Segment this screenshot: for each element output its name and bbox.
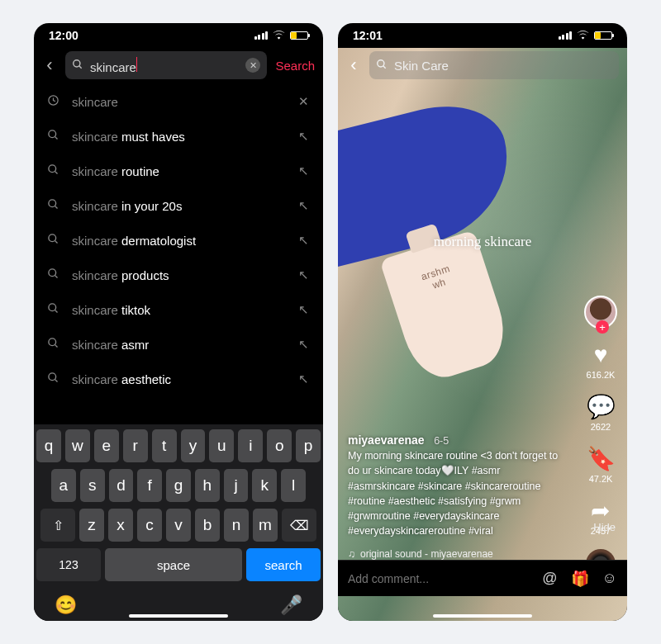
- battery-icon: [290, 31, 308, 40]
- key-h[interactable]: h: [195, 469, 220, 502]
- follow-plus-icon[interactable]: +: [596, 320, 609, 334]
- status-bar: 12:00: [34, 23, 323, 48]
- key-n[interactable]: n: [224, 509, 249, 542]
- key-search[interactable]: search: [246, 548, 321, 581]
- fill-arrow-icon[interactable]: ↖: [295, 198, 311, 213]
- key-m[interactable]: m: [253, 509, 278, 542]
- emoji-icon[interactable]: ☺: [602, 570, 617, 587]
- key-a[interactable]: a: [51, 469, 76, 502]
- caption[interactable]: My morning skincare routine <3 don't for…: [348, 448, 569, 538]
- back-button[interactable]: ‹: [39, 54, 60, 76]
- video-feed[interactable]: ‹ Skin Care arshm wh morning skincare +: [338, 48, 627, 621]
- keyboard: qwertyuiop asdfghjkl ⇧zxcvbnm⌫ 123 space…: [34, 424, 323, 621]
- key-y[interactable]: y: [181, 429, 206, 462]
- key-d[interactable]: d: [109, 469, 134, 502]
- svg-line-4: [55, 136, 57, 139]
- suggestion-item[interactable]: skincare must haves↖: [34, 119, 323, 154]
- search-icon: [45, 337, 60, 352]
- key-r[interactable]: r: [123, 429, 148, 462]
- svg-point-17: [48, 373, 55, 381]
- remove-icon[interactable]: ✕: [295, 94, 311, 109]
- key-shift[interactable]: ⇧: [40, 509, 75, 542]
- creator-avatar[interactable]: +: [584, 296, 617, 329]
- username[interactable]: miyaevarenae: [348, 433, 425, 447]
- key-p[interactable]: p: [296, 429, 321, 462]
- key-z[interactable]: z: [79, 509, 104, 542]
- suggestion-item[interactable]: skincare in your 20s↖: [34, 188, 323, 223]
- svg-line-18: [55, 379, 57, 381]
- key-u[interactable]: u: [209, 429, 234, 462]
- fill-arrow-icon[interactable]: ↖: [295, 337, 311, 352]
- suggestion-item[interactable]: skincare✕: [34, 84, 323, 119]
- search-icon: [45, 163, 60, 178]
- hide-caption[interactable]: Hide: [593, 521, 616, 533]
- key-i[interactable]: i: [238, 429, 263, 462]
- back-button[interactable]: ‹: [343, 54, 364, 76]
- key-e[interactable]: e: [94, 429, 119, 462]
- key-s[interactable]: s: [80, 469, 105, 502]
- wifi-icon: [273, 29, 285, 42]
- fill-arrow-icon[interactable]: ↖: [295, 129, 311, 144]
- search-input[interactable]: Skin Care: [369, 51, 619, 79]
- key-l[interactable]: l: [281, 469, 306, 502]
- search-icon: [72, 59, 83, 73]
- svg-line-14: [55, 310, 57, 312]
- key-t[interactable]: t: [152, 429, 177, 462]
- key-b[interactable]: b: [195, 509, 220, 542]
- emoji-key[interactable]: 😊: [55, 594, 77, 616]
- search-input[interactable]: skincare ✕: [65, 51, 267, 79]
- save-button[interactable]: 🔖 47.2K: [587, 445, 616, 484]
- suggestion-text: skincare in your 20s: [72, 199, 283, 213]
- svg-point-3: [48, 130, 55, 138]
- mic-key[interactable]: 🎤: [280, 594, 302, 616]
- key-c[interactable]: c: [137, 509, 162, 542]
- fill-arrow-icon[interactable]: ↖: [295, 268, 311, 282]
- suggestion-item[interactable]: skincare tiktok↖: [34, 292, 323, 327]
- suggestion-item[interactable]: skincare dermatologist↖: [34, 223, 323, 258]
- fill-arrow-icon[interactable]: ↖: [295, 372, 311, 386]
- phone-search: 12:00 ‹ skincare ✕ Search skincare✕skinc…: [34, 23, 323, 621]
- svg-point-15: [48, 339, 55, 346]
- search-action[interactable]: Search: [272, 59, 315, 73]
- history-icon: [45, 94, 60, 109]
- key-x[interactable]: x: [108, 509, 133, 542]
- key-j[interactable]: j: [224, 469, 249, 502]
- wifi-icon: [577, 29, 589, 42]
- fill-arrow-icon[interactable]: ↖: [295, 302, 311, 317]
- suggestion-item[interactable]: skincare products↖: [34, 258, 323, 292]
- sound-track[interactable]: ♫ original sound - miyaevarenae: [348, 548, 493, 560]
- search-icon: [45, 129, 60, 144]
- search-icon: [45, 302, 60, 317]
- clear-icon[interactable]: ✕: [245, 58, 260, 73]
- suggestion-item[interactable]: skincare asmr↖: [34, 327, 323, 362]
- gift-icon[interactable]: 🎁: [571, 570, 589, 588]
- mention-icon[interactable]: @: [542, 570, 557, 587]
- key-space[interactable]: space: [105, 548, 242, 581]
- battery-icon: [594, 31, 612, 40]
- clock: 12:00: [49, 29, 78, 42]
- fill-arrow-icon[interactable]: ↖: [295, 233, 311, 248]
- search-value: Skin Care: [394, 59, 612, 73]
- comment-button[interactable]: 💬 2622: [587, 393, 616, 432]
- like-count: 616.2K: [587, 370, 616, 380]
- home-indicator[interactable]: [129, 614, 228, 618]
- key-w[interactable]: w: [65, 429, 90, 462]
- suggestion-item[interactable]: skincare aesthetic↖: [34, 362, 323, 396]
- key-q[interactable]: q: [36, 429, 61, 462]
- key-v[interactable]: v: [166, 509, 191, 542]
- key-backspace[interactable]: ⌫: [282, 509, 316, 542]
- comment-input[interactable]: [348, 572, 529, 585]
- home-indicator[interactable]: [433, 614, 532, 618]
- signal-icon: [559, 31, 573, 40]
- svg-line-10: [55, 240, 57, 243]
- fill-arrow-icon[interactable]: ↖: [295, 163, 311, 178]
- key-k[interactable]: k: [252, 469, 277, 502]
- key-123[interactable]: 123: [36, 548, 101, 581]
- like-button[interactable]: ♥ 616.2K: [587, 342, 616, 380]
- key-f[interactable]: f: [137, 469, 162, 502]
- music-icon: ♫: [348, 548, 355, 560]
- key-o[interactable]: o: [267, 429, 292, 462]
- suggestion-item[interactable]: skincare routine↖: [34, 154, 323, 188]
- key-g[interactable]: g: [166, 469, 191, 502]
- action-rail: + ♥ 616.2K 💬 2622 🔖 47.2K ➦ 2457: [581, 296, 621, 579]
